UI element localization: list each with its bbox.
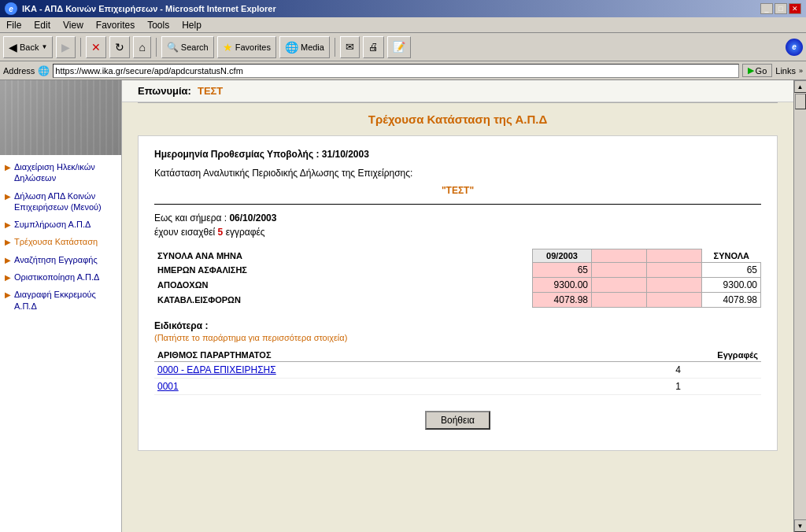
eidikoptera-link[interactable]: (Πατήστε το παράρτημα για περισσότερα στ…: [154, 333, 761, 342]
info-box: Ημερομηνία Προθεσμίας Υποβολής : 31/10/2…: [138, 135, 778, 451]
links-expand-icon: »: [799, 67, 803, 75]
as-of-label: Εως και σήμερα :: [154, 212, 227, 224]
kataval-synola: 4078.98: [702, 293, 761, 308]
toolbar-separator-1: [80, 38, 81, 57]
scrollbar: ▲ ▼: [793, 80, 806, 532]
imeron-synola: 65: [702, 263, 761, 278]
links-button[interactable]: Links: [775, 66, 796, 76]
bullet-icon: ▶: [5, 220, 11, 230]
scroll-up-btn[interactable]: ▲: [794, 80, 807, 93]
minimize-btn[interactable]: _: [760, 3, 773, 14]
back-arrow-icon: ◀: [9, 41, 17, 54]
sidebar-image: [0, 80, 122, 155]
page-title: Τρέχουσα Κατάσταση της Α.Π.Δ: [122, 113, 793, 126]
sidebar-item-symplirosi[interactable]: ▶ Συμπλήρωση Α.Π.Δ: [5, 219, 116, 230]
table-row-kataval: ΚΑΤΑΒΛ.ΕΙΣΦΟΡΩΝ 4078.98 4078.98: [154, 293, 761, 308]
summary-table: ΣΥΝΟΛΑ ΑΝΑ ΜΗΝΑ 09/2003 ΣΥΝΟΛΑ ΗΜΕΡΩΝ ΑΣ…: [154, 249, 761, 308]
menu-help[interactable]: Help: [179, 19, 205, 31]
records-label1: έχουν εισαχθεί: [154, 227, 215, 238]
sidebar-item-dilosi[interactable]: ▶ Δήλωση ΑΠΔ Κοινών Επιχειρήσεων (Μενού): [5, 190, 116, 213]
branch-name-0[interactable]: 0000 - ΕΔΡΑ ΕΠΙΧΕΙΡΗΣΗΣ: [154, 362, 595, 379]
address-bar: Address 🌐 ▶ Go Links »: [0, 61, 806, 80]
menu-bar: File Edit View Favorites Tools Help: [0, 17, 806, 33]
menu-view[interactable]: View: [60, 19, 87, 31]
menu-favorites[interactable]: Favorites: [93, 19, 138, 31]
apodoxon-val2: [592, 278, 647, 293]
address-input[interactable]: [53, 64, 738, 78]
kataval-label: ΚΑΤΑΒΛ.ΕΙΣΦΟΡΩΝ: [154, 293, 533, 308]
media-button[interactable]: 🌐 Media: [279, 36, 330, 58]
main-area: ▶ Διαχείριση Ηλεκ/ικών Δηλώσεων ▶ Δήλωση…: [0, 80, 806, 532]
eponymia-header: Επωνυμία: ΤΕΣΤ: [122, 80, 793, 102]
content-area: Επωνυμία: ΤΕΣΤ Τρέχουσα Κατάσταση της Α.…: [122, 80, 793, 532]
company-quoted: "ΤΕΣΤ": [154, 185, 761, 196]
toolbar: ◀ Back ▼ ▶ ✕ ↻ ⌂ 🔍 Search ★ Favorites 🌐 …: [0, 33, 806, 61]
branch-col-header: ΑΡΙΘΜΟΣ ΠΑΡΑΡΤΗΜΑΤΟΣ: [154, 349, 595, 362]
branch-count-1: 1: [595, 379, 761, 395]
deadline-date: 31/10/2003: [322, 149, 369, 160]
table-header-row: ΣΥΝΟΛΑ ΑΝΑ ΜΗΝΑ 09/2003 ΣΥΝΟΛΑ: [154, 249, 761, 263]
status-label: Κατάσταση Αναλυτικής Περιοδικής Δήλωσης …: [154, 168, 412, 179]
kataval-val2: [592, 293, 647, 308]
records-label2: εγγραφές: [226, 227, 265, 238]
address-label: Address: [3, 66, 35, 76]
bullet-icon: ▶: [5, 237, 11, 247]
col-empty1: [592, 249, 647, 263]
imeron-val1: 65: [533, 263, 592, 278]
menu-file[interactable]: File: [3, 19, 24, 31]
bullet-icon: ▶: [5, 290, 11, 300]
company-name-quoted: "ΤΕΣΤ": [442, 185, 474, 196]
dropdown-arrow-icon: ▼: [41, 43, 47, 50]
apodoxon-val3: [647, 278, 702, 293]
content-divider: [154, 204, 761, 205]
maximize-btn[interactable]: □: [775, 3, 787, 14]
sidebar-navigation: ▶ Διαχείριση Ηλεκ/ικών Δηλώσεων ▶ Δήλωση…: [0, 155, 121, 324]
scroll-thumb[interactable]: [795, 94, 806, 109]
forward-button[interactable]: ▶: [56, 36, 76, 58]
favorites-button[interactable]: ★ Favorites: [217, 36, 276, 58]
branch-table: ΑΡΙΘΜΟΣ ΠΑΡΑΡΤΗΜΑΤΟΣ Εγγραφές 0000 - ΕΔΡ…: [154, 349, 761, 395]
mail-button[interactable]: ✉: [340, 36, 360, 58]
records-col-header: Εγγραφές: [595, 349, 761, 362]
col-synola: ΣΥΝΟΛΑ: [702, 249, 761, 263]
bullet-icon: ▶: [5, 162, 11, 172]
eponymia-label: Επωνυμία:: [138, 85, 191, 97]
scroll-down-btn[interactable]: ▼: [794, 519, 807, 532]
branch-name-1[interactable]: 0001: [154, 379, 595, 395]
stop-button[interactable]: ✕: [86, 36, 106, 58]
menu-edit[interactable]: Edit: [31, 19, 54, 31]
eidikoptera-label: Ειδικότερα :: [154, 320, 761, 331]
sidebar-item-diagrafi[interactable]: ▶ Διαγραφή Εκκρεμούς Α.Π.Δ: [5, 289, 116, 312]
go-button[interactable]: ▶ Go: [742, 64, 773, 77]
sidebar: ▶ Διαχείριση Ηλεκ/ικών Δηλώσεων ▶ Δήλωση…: [0, 80, 122, 532]
home-button[interactable]: ⌂: [133, 36, 150, 58]
keyboard-decoration: [0, 80, 122, 155]
back-button[interactable]: ◀ Back ▼: [3, 36, 53, 58]
star-icon: ★: [223, 41, 233, 54]
sidebar-item-trexousa[interactable]: ▶ Τρέχουσα Κατάσταση: [5, 236, 116, 247]
search-button[interactable]: 🔍 Search: [161, 36, 214, 58]
go-arrow-icon: ▶: [748, 65, 754, 76]
menu-tools[interactable]: Tools: [144, 19, 172, 31]
sidebar-item-diaxeirisi[interactable]: ▶ Διαχείριση Ηλεκ/ικών Δηλώσεων: [5, 161, 116, 184]
edit-button[interactable]: 📝: [387, 36, 411, 58]
eidikoptera-section: Ειδικότερα : (Πατήστε το παράρτημα για π…: [154, 320, 761, 395]
window-controls: _ □ ✕: [760, 3, 801, 14]
refresh-icon: ↻: [115, 41, 124, 54]
sidebar-item-anazitisi[interactable]: ▶ Αναζήτηση Εγγραφής: [5, 254, 116, 265]
header-divider: [138, 102, 778, 103]
close-btn[interactable]: ✕: [789, 3, 801, 14]
help-button[interactable]: Βοήθεια: [425, 411, 490, 430]
refresh-button[interactable]: ↻: [109, 36, 130, 58]
bullet-icon: ▶: [5, 255, 11, 265]
print-button[interactable]: 🖨: [363, 36, 384, 58]
kataval-val1: 4078.98: [533, 293, 592, 308]
sidebar-item-oristikop[interactable]: ▶ Οριστικοποίηση Α.Π.Δ: [5, 272, 116, 283]
table-row-apodoxon: ΑΠΟΔΟΧΩΝ 9300.00 9300.00: [154, 278, 761, 293]
apodoxon-val1: 9300.00: [533, 278, 592, 293]
branch-count-0: 4: [595, 362, 761, 379]
imeron-val2: [592, 263, 647, 278]
scroll-track: [794, 93, 807, 519]
branch-row-0: 0000 - ΕΔΡΑ ΕΠΙΧΕΙΡΗΣΗΣ 4: [154, 362, 761, 379]
bullet-icon: ▶: [5, 191, 11, 201]
